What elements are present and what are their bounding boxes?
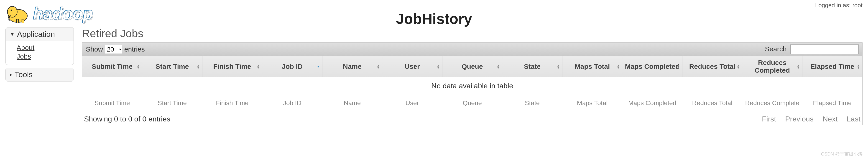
column-header-label: Elapsed Time bbox=[810, 63, 854, 70]
column-header-label: Start Time bbox=[156, 63, 189, 70]
hadoop-elephant-icon bbox=[5, 2, 33, 25]
table-footer: Showing 0 to 0 of 0 entries First Previo… bbox=[82, 111, 862, 125]
column-header[interactable]: Name▲▼ bbox=[322, 56, 382, 77]
table-info: Showing 0 to 0 of 0 entries bbox=[84, 115, 170, 123]
column-footer: Reduces Total bbox=[682, 95, 742, 112]
column-footer: Submit Time bbox=[82, 95, 142, 112]
page-title: JobHistory bbox=[396, 10, 472, 27]
column-header[interactable]: Maps Completed▲▼ bbox=[622, 56, 682, 77]
column-header[interactable]: User▲▼ bbox=[382, 56, 442, 77]
sort-arrows-icon: ▲▼ bbox=[257, 64, 260, 69]
column-footer: Queue bbox=[442, 95, 502, 112]
svg-rect-4 bbox=[22, 19, 24, 23]
column-header-label: State bbox=[524, 63, 540, 70]
sort-arrows-icon: ▲▼ bbox=[437, 64, 440, 69]
svg-rect-3 bbox=[17, 19, 19, 23]
sort-arrows-icon: ▲▼ bbox=[497, 64, 500, 69]
column-footer: Job ID bbox=[262, 95, 322, 112]
column-header-label: Name bbox=[343, 63, 362, 70]
show-entries-select[interactable]: 102050100 bbox=[105, 45, 122, 54]
show-label-post: entries bbox=[124, 45, 145, 53]
column-footer: User bbox=[382, 95, 442, 112]
sort-arrows-icon: ▲▼ bbox=[737, 64, 740, 69]
sidebar: ▼ Application About Jobs ▸ Tools bbox=[5, 27, 74, 125]
column-header-label: Submit Time bbox=[92, 63, 132, 70]
column-header-label: Maps Total bbox=[575, 63, 610, 70]
jobs-table: Submit Time▲▼Start Time▲▼Finish Time▲▼Jo… bbox=[82, 56, 862, 111]
svg-point-2 bbox=[11, 9, 12, 11]
sort-arrows-icon: ▲▼ bbox=[197, 64, 200, 69]
nav-header-application[interactable]: ▼ Application bbox=[6, 28, 73, 41]
sort-arrows-icon: ▲▼ bbox=[617, 64, 620, 69]
sort-arrows-icon: ▲▼ bbox=[677, 64, 680, 69]
column-header-label: User bbox=[405, 63, 420, 70]
column-header[interactable]: Elapsed Time▲▼ bbox=[802, 56, 862, 77]
empty-message: No data available in table bbox=[82, 77, 862, 95]
column-footer: Reduces Complete bbox=[742, 95, 802, 112]
nav-group-tools: ▸ Tools bbox=[5, 68, 74, 81]
page-previous[interactable]: Previous bbox=[785, 115, 813, 123]
column-footer: Elapsed Time bbox=[802, 95, 862, 112]
column-footer: Name bbox=[322, 95, 382, 112]
page-last[interactable]: Last bbox=[847, 115, 861, 123]
column-footer: Maps Completed bbox=[622, 95, 682, 112]
logo-text: hadoop bbox=[33, 3, 92, 23]
column-footer: Maps Total bbox=[562, 95, 622, 112]
column-header-label: Queue bbox=[462, 63, 483, 70]
search-input[interactable] bbox=[790, 44, 859, 54]
nav-header-tools[interactable]: ▸ Tools bbox=[6, 68, 73, 81]
column-header-label: Finish Time bbox=[213, 63, 251, 70]
column-header[interactable]: Job ID▼ bbox=[262, 56, 322, 77]
sort-arrows-icon: ▲▼ bbox=[797, 64, 800, 69]
column-header[interactable]: Maps Total▲▼ bbox=[562, 56, 622, 77]
page-next[interactable]: Next bbox=[823, 115, 838, 123]
empty-row: No data available in table bbox=[82, 77, 862, 95]
column-footer: Finish Time bbox=[202, 95, 262, 112]
column-header-label: Job ID bbox=[282, 63, 303, 70]
column-header[interactable]: Queue▲▼ bbox=[442, 56, 502, 77]
column-footer: Start Time bbox=[142, 95, 203, 112]
column-header[interactable]: Finish Time▲▼ bbox=[202, 56, 262, 77]
show-label-pre: Show bbox=[86, 45, 103, 53]
search-control: Search: bbox=[765, 44, 859, 54]
column-header-label: Maps Completed bbox=[625, 63, 680, 70]
section-title: Retired Jobs bbox=[82, 27, 863, 40]
jobs-table-container: Show 102050100 entries Search: Submit Ti… bbox=[82, 42, 863, 125]
sort-arrows-icon: ▲▼ bbox=[377, 64, 380, 69]
sort-arrows-icon: ▲▼ bbox=[136, 64, 140, 69]
nav-title: Application bbox=[17, 30, 55, 39]
show-entries-control: Show 102050100 entries bbox=[86, 45, 145, 54]
column-header[interactable]: State▲▼ bbox=[502, 56, 562, 77]
sort-arrows-icon: ▲▼ bbox=[857, 64, 860, 69]
column-header[interactable]: Start Time▲▼ bbox=[142, 56, 203, 77]
column-header-label: Reduces Total bbox=[689, 63, 736, 70]
nav-link-about[interactable]: About bbox=[17, 44, 69, 51]
sort-arrows-icon: ▲▼ bbox=[557, 64, 560, 69]
caret-right-icon: ▸ bbox=[10, 72, 12, 78]
column-header[interactable]: Reduces Total▲▼ bbox=[682, 56, 742, 77]
nav-title: Tools bbox=[14, 70, 33, 79]
login-info: Logged in as: root bbox=[815, 2, 863, 9]
nav-group-application: ▼ Application About Jobs bbox=[5, 27, 74, 65]
search-label: Search: bbox=[765, 45, 788, 53]
column-header[interactable]: Submit Time▲▼ bbox=[82, 56, 142, 77]
main-content: Retired Jobs Show 102050100 entries Sear… bbox=[82, 27, 863, 125]
column-header-label: Reduces Completed bbox=[754, 59, 790, 74]
caret-down-icon: ▼ bbox=[10, 31, 15, 37]
nav-link-jobs[interactable]: Jobs bbox=[17, 52, 69, 60]
column-header[interactable]: Reduces Completed▲▼ bbox=[742, 56, 802, 77]
login-label: Logged in as: bbox=[815, 2, 851, 9]
page-first[interactable]: First bbox=[762, 115, 776, 123]
svg-point-1 bbox=[7, 6, 17, 17]
sort-arrows-icon: ▼ bbox=[317, 65, 320, 68]
pagination: First Previous Next Last bbox=[762, 115, 861, 123]
login-user: root bbox=[852, 2, 863, 9]
column-footer: State bbox=[502, 95, 562, 112]
